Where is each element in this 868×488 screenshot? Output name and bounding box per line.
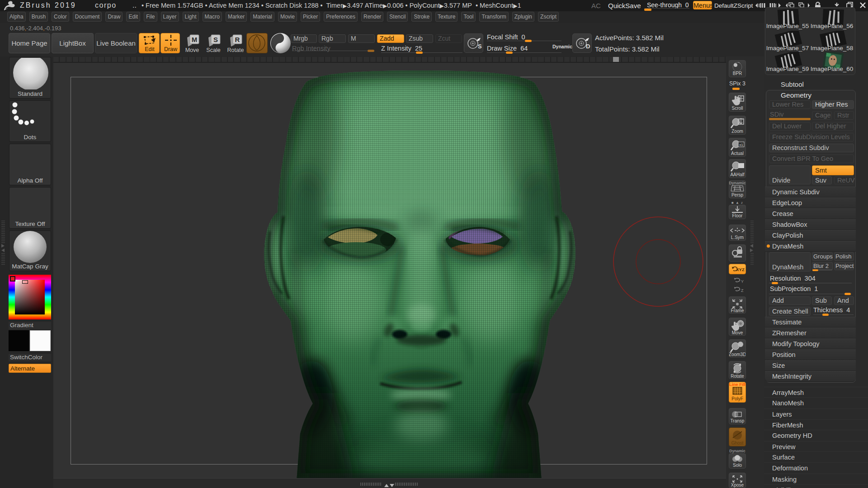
svg-text:x1: x1 [739, 143, 743, 147]
svg-text:Zoom: Zoom [731, 129, 743, 134]
svg-text:M: M [192, 36, 198, 43]
svg-text:Dynamic: Dynamic [729, 181, 745, 185]
svg-text:Ghost: Ghost [731, 441, 744, 446]
svg-text:Y: Y [741, 279, 744, 284]
svg-text:Transp: Transp [731, 418, 745, 423]
svg-text:Floor: Floor [732, 213, 743, 218]
svg-text:Move: Move [732, 330, 743, 335]
svg-text:Solo: Solo [733, 463, 742, 468]
svg-text:AAHalf: AAHalf [730, 172, 744, 177]
svg-text:Line Fill: Line Fill [729, 382, 745, 387]
svg-text:Rotate: Rotate [731, 374, 744, 379]
svg-text:S: S [213, 36, 218, 43]
svg-text:XYZ: XYZ [736, 267, 745, 272]
svg-text:Zoom3D: Zoom3D [729, 352, 745, 357]
svg-text:R: R [235, 36, 240, 43]
svg-text:BPR: BPR [733, 71, 742, 76]
svg-text:Z: Z [741, 288, 744, 293]
svg-text:L.Sym: L.Sym [731, 235, 744, 240]
svg-text:Actual: Actual [731, 151, 744, 156]
svg-text:PolyF: PolyF [731, 396, 743, 401]
svg-text:S: S [478, 43, 482, 50]
svg-text:D: D [586, 43, 590, 50]
svg-text:Scroll: Scroll [731, 106, 743, 111]
svg-text:Xpose: Xpose [731, 483, 744, 488]
svg-text:Persp: Persp [731, 192, 744, 197]
svg-text:Frame: Frame [731, 308, 744, 313]
